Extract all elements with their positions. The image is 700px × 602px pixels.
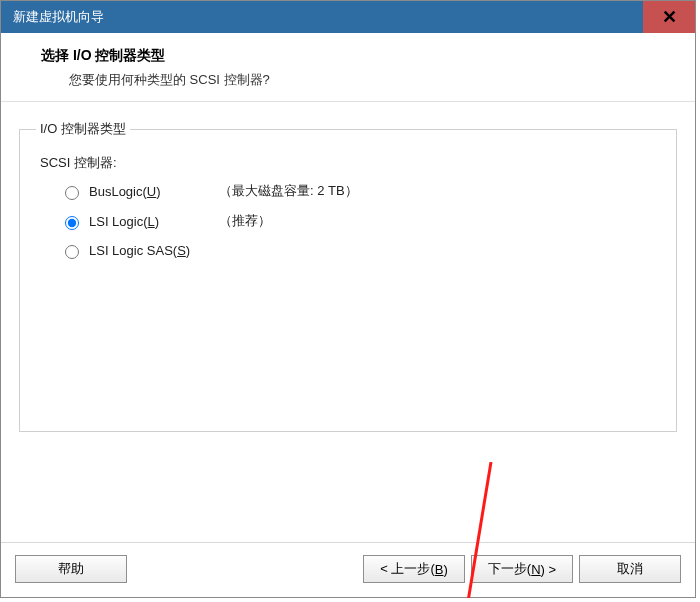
radio-buslogic[interactable]: BusLogic(U) （最大磁盘容量: 2 TB） [60,182,660,200]
wizard-window: 新建虚拟机向导 ✕ 选择 I/O 控制器类型 您要使用何种类型的 SCSI 控制… [0,0,696,598]
group-legend: I/O 控制器类型 [36,120,130,138]
cancel-button[interactable]: 取消 [579,555,681,583]
radio-lsilogic-sas[interactable]: LSI Logic SAS(S) [60,242,660,259]
next-button[interactable]: 下一步(N) > [471,555,573,583]
close-icon: ✕ [662,6,677,28]
window-title: 新建虚拟机向导 [1,8,104,26]
page-subtitle: 您要使用何种类型的 SCSI 控制器? [41,71,685,89]
help-button[interactable]: 帮助 [15,555,127,583]
radio-input-lsilogic[interactable] [65,216,79,230]
page-title: 选择 I/O 控制器类型 [41,47,685,65]
wizard-header: 选择 I/O 控制器类型 您要使用何种类型的 SCSI 控制器? [1,33,695,102]
wizard-footer: 帮助 < 上一步(B) 下一步(N) > 取消 [1,542,695,597]
radio-label-lsilogic: LSI Logic(L) [89,214,219,229]
radio-label-lsilogic-sas: LSI Logic SAS(S) [89,243,219,258]
radio-input-lsilogic-sas[interactable] [65,245,79,259]
radio-input-buslogic[interactable] [65,186,79,200]
titlebar: 新建虚拟机向导 ✕ [1,1,695,33]
back-button[interactable]: < 上一步(B) [363,555,465,583]
radio-label-buslogic: BusLogic(U) [89,184,219,199]
io-controller-group: I/O 控制器类型 SCSI 控制器: BusLogic(U) （最大磁盘容量:… [19,120,677,432]
radio-hint-lsilogic: （推荐） [219,212,271,230]
close-button[interactable]: ✕ [643,1,695,33]
wizard-body: I/O 控制器类型 SCSI 控制器: BusLogic(U) （最大磁盘容量:… [1,102,695,542]
radio-hint-buslogic: （最大磁盘容量: 2 TB） [219,182,358,200]
scsi-controller-label: SCSI 控制器: [40,154,660,172]
radio-lsilogic[interactable]: LSI Logic(L) （推荐） [60,212,660,230]
